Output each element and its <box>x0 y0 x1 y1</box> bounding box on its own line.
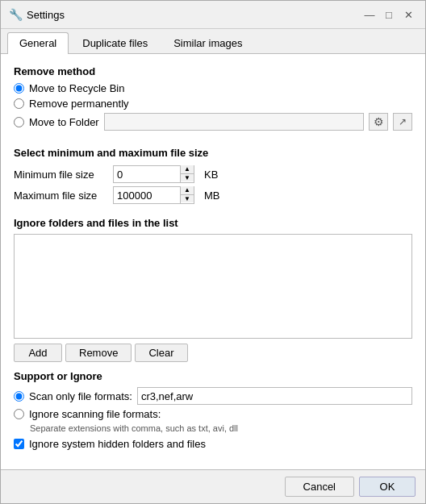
min-size-input-wrap: ▲ ▼ <box>113 165 194 183</box>
system-hidden-label[interactable]: Ignore system hidden folders and files <box>29 438 206 450</box>
tab-bar: General Duplicate files Similar images <box>1 29 425 54</box>
scan-formats-input[interactable] <box>137 387 412 405</box>
min-size-label: Minimum file size <box>14 169 106 181</box>
min-size-down-btn[interactable]: ▼ <box>181 173 194 181</box>
restore-button[interactable]: □ <box>380 6 398 23</box>
hint-text: Separate extensions with comma, such as … <box>30 423 412 433</box>
remove-method-label: Remove method <box>14 65 412 77</box>
remove-method-options: Move to Recycle Bin Remove permanently M… <box>14 82 412 131</box>
radio-recycle-label[interactable]: Move to Recycle Bin <box>29 82 125 94</box>
radio-ignore-formats[interactable] <box>14 409 24 419</box>
remove-method-section: Remove method Move to Recycle Bin Remove… <box>14 65 412 140</box>
ignore-list-section: Ignore folders and files in the list Add… <box>14 217 412 362</box>
max-size-up-btn[interactable]: ▲ <box>181 186 194 194</box>
title-controls: — □ ✕ <box>361 6 417 23</box>
radio-folder[interactable] <box>14 117 24 127</box>
radio-folder-label[interactable]: Move to Folder <box>29 116 99 128</box>
settings-window: 🔧 Settings — □ ✕ General Duplicate files… <box>0 0 426 504</box>
gear-icon: ⚙ <box>374 115 384 128</box>
min-size-row: Minimum file size ▲ ▼ KB <box>14 165 412 183</box>
max-size-row: Maximum file size ▲ ▼ MB <box>14 186 412 204</box>
radio-row-recycle: Move to Recycle Bin <box>14 82 412 94</box>
min-size-spinner: ▲ ▼ <box>180 165 194 183</box>
add-button[interactable]: Add <box>14 344 62 362</box>
title-left: 🔧 Settings <box>9 8 65 21</box>
radio-permanent-label[interactable]: Remove permanently <box>29 98 129 110</box>
radio-permanent[interactable] <box>14 98 24 109</box>
tab-duplicate[interactable]: Duplicate files <box>70 32 160 53</box>
max-size-input-wrap: ▲ ▼ <box>113 186 194 204</box>
ignore-list-label: Ignore folders and files in the list <box>14 217 412 229</box>
file-size-label: Select minimum and maximum file size <box>14 147 412 159</box>
support-label: Support or Ignore <box>14 370 412 382</box>
close-button[interactable]: ✕ <box>399 6 417 23</box>
app-icon: 🔧 <box>9 8 22 21</box>
content-area: Remove method Move to Recycle Bin Remove… <box>1 54 425 469</box>
max-size-down-btn[interactable]: ▼ <box>181 194 194 202</box>
radio-row-permanent: Remove permanently <box>14 98 412 110</box>
max-size-label: Maximum file size <box>14 190 106 202</box>
remove-button[interactable]: Remove <box>65 344 132 362</box>
system-hidden-checkbox[interactable] <box>14 439 24 449</box>
max-size-spinner: ▲ ▼ <box>180 186 194 204</box>
clear-button[interactable]: Clear <box>135 344 187 362</box>
support-section: Support or Ignore Scan only file formats… <box>14 370 412 450</box>
ignore-list-textarea[interactable] <box>14 234 412 339</box>
footer: Cancel OK <box>1 469 425 503</box>
min-size-input[interactable] <box>114 166 180 182</box>
radio-recycle[interactable] <box>14 83 24 94</box>
title-bar: 🔧 Settings — □ ✕ <box>1 1 425 29</box>
folder-path-input[interactable] <box>104 113 364 131</box>
folder-gear-button[interactable]: ⚙ <box>369 113 388 131</box>
folder-link-button[interactable]: ↗ <box>393 113 412 131</box>
scan-only-row: Scan only file formats: <box>14 387 412 405</box>
min-size-up-btn[interactable]: ▲ <box>181 165 194 173</box>
ignore-formats-label[interactable]: Ignore scanning file formats: <box>29 408 161 420</box>
external-link-icon: ↗ <box>399 116 407 127</box>
file-size-section: Select minimum and maximum file size Min… <box>14 147 412 207</box>
ok-button[interactable]: OK <box>359 477 416 497</box>
tab-general[interactable]: General <box>7 32 69 54</box>
ignore-list-buttons: Add Remove Clear <box>14 344 412 362</box>
radio-row-folder: Move to Folder ⚙ ↗ <box>14 113 412 131</box>
window-title: Settings <box>27 9 65 21</box>
radio-scan-only[interactable] <box>14 391 24 402</box>
minimize-button[interactable]: — <box>361 6 378 23</box>
scan-only-label[interactable]: Scan only file formats: <box>29 390 132 402</box>
cancel-button[interactable]: Cancel <box>285 477 354 497</box>
max-size-unit: MB <box>204 190 220 202</box>
tab-similar[interactable]: Similar images <box>161 32 254 53</box>
system-hidden-row: Ignore system hidden folders and files <box>14 438 412 450</box>
min-size-unit: KB <box>204 169 218 181</box>
max-size-input[interactable] <box>114 187 180 203</box>
ignore-formats-row: Ignore scanning file formats: <box>14 408 412 420</box>
